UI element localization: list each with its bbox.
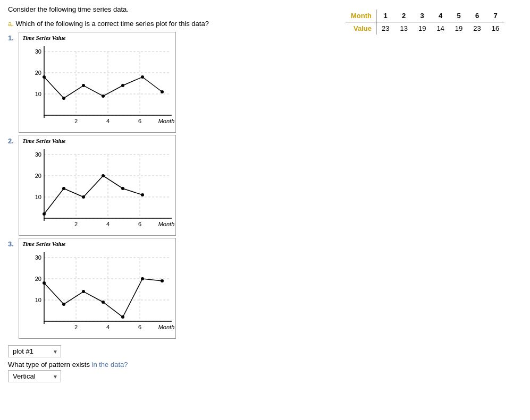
val-4: 14: [431, 22, 449, 35]
svg-point-66: [141, 277, 144, 280]
chart-svg-1: 30 20 10 2 4 6 Month: [20, 41, 174, 131]
month-header: Month: [346, 10, 376, 22]
svg-point-67: [161, 279, 164, 282]
chart-wrapper-3: Time Series Value 30 20 10 2 4 6 Month: [19, 238, 176, 339]
controls-section: plot #1 plot #2 plot #3 ▼ What type of p…: [8, 345, 522, 382]
svg-text:2: 2: [74, 221, 78, 227]
svg-point-64: [102, 301, 105, 304]
val-5: 19: [450, 22, 468, 35]
chart-item-2: 2. Time Series Value 30 20 10 2 4 6: [8, 135, 522, 236]
svg-text:4: 4: [106, 324, 110, 330]
svg-text:Month: Month: [158, 118, 174, 124]
svg-point-42: [102, 174, 105, 177]
data-table-container: Month 1 2 3 4 5 6 7 Value 23 13 19 14 19…: [346, 10, 504, 35]
svg-text:30: 30: [35, 48, 41, 55]
chart-title-2: Time Series Value: [20, 136, 174, 144]
svg-point-18: [82, 84, 85, 87]
svg-point-62: [62, 303, 65, 306]
value-label: Value: [346, 22, 376, 35]
col-5: 5: [450, 10, 468, 22]
chart-title-1: Time Series Value: [20, 33, 174, 41]
chart-wrapper-2: Time Series Value 30 20 10 2 4 6 Month: [19, 135, 176, 236]
svg-text:6: 6: [138, 324, 141, 330]
svg-point-19: [102, 95, 105, 98]
svg-point-39: [43, 212, 46, 216]
svg-text:10: 10: [35, 194, 41, 200]
chart-svg-2: 30 20 10 2 4 6 Month: [20, 144, 174, 234]
svg-text:Month: Month: [158, 221, 174, 227]
svg-text:2: 2: [74, 118, 78, 124]
svg-point-20: [121, 84, 124, 87]
plot-select-wrapper[interactable]: plot #1 plot #2 plot #3 ▼: [8, 345, 522, 357]
chart-item-3: 3. Time Series Value 30 20 10 2 4 6 Mont…: [8, 238, 522, 339]
svg-point-65: [121, 315, 124, 319]
chart-number-2: 2.: [8, 137, 16, 145]
pattern-select[interactable]: Vertical Horizontal Trend Seasonal: [8, 370, 61, 382]
svg-text:20: 20: [35, 70, 41, 76]
svg-text:6: 6: [138, 221, 141, 227]
chart-number-1: 1.: [8, 34, 16, 42]
svg-point-16: [43, 75, 46, 79]
chart-wrapper-1: Time Series Value 30 20 10: [19, 32, 176, 133]
svg-text:30: 30: [35, 151, 41, 158]
val-6: 23: [468, 22, 486, 35]
question-a-prefix: a.: [8, 20, 15, 28]
col-6: 6: [468, 10, 486, 22]
svg-point-44: [141, 193, 144, 196]
pattern-select-wrapper[interactable]: Vertical Horizontal Trend Seasonal ▼: [8, 370, 522, 382]
val-2: 13: [394, 22, 413, 35]
svg-text:20: 20: [35, 173, 41, 179]
svg-point-17: [62, 97, 65, 100]
chart-item-1: 1. Time Series Value 30 20 10: [8, 32, 522, 133]
charts-section: 1. Time Series Value 30 20 10: [8, 32, 522, 341]
data-table: Month 1 2 3 4 5 6 7 Value 23 13 19 14 19…: [346, 10, 504, 35]
svg-text:30: 30: [35, 254, 41, 261]
chart-title-3: Time Series Value: [20, 239, 174, 247]
svg-text:4: 4: [106, 221, 110, 227]
svg-text:6: 6: [138, 118, 141, 124]
col-1: 1: [376, 10, 394, 22]
svg-point-61: [43, 281, 46, 285]
svg-point-40: [62, 187, 65, 190]
question-a-text: Which of the following is a correct time…: [15, 20, 208, 28]
svg-text:20: 20: [35, 276, 41, 282]
svg-text:4: 4: [106, 118, 110, 124]
val-1: 23: [376, 22, 394, 35]
svg-point-43: [121, 187, 124, 190]
chart-number-3: 3.: [8, 240, 16, 248]
svg-text:10: 10: [35, 297, 41, 303]
col-3: 3: [413, 10, 431, 22]
svg-text:10: 10: [35, 91, 41, 97]
col-7: 7: [486, 10, 504, 22]
chart-svg-3: 30 20 10 2 4 6 Month: [20, 247, 174, 337]
val-7: 16: [486, 22, 504, 35]
pattern-question-colored: in the data?: [92, 361, 128, 368]
svg-text:Month: Month: [158, 324, 174, 330]
svg-point-22: [161, 90, 164, 93]
svg-text:2: 2: [74, 324, 78, 330]
plot-select[interactable]: plot #1 plot #2 plot #3: [8, 345, 61, 357]
col-4: 4: [431, 10, 449, 22]
svg-point-41: [82, 195, 85, 199]
val-3: 19: [413, 22, 431, 35]
svg-point-63: [82, 290, 85, 293]
pattern-question-label: What type of pattern exists in the data?: [8, 361, 522, 368]
col-2: 2: [394, 10, 413, 22]
svg-point-21: [141, 75, 144, 79]
